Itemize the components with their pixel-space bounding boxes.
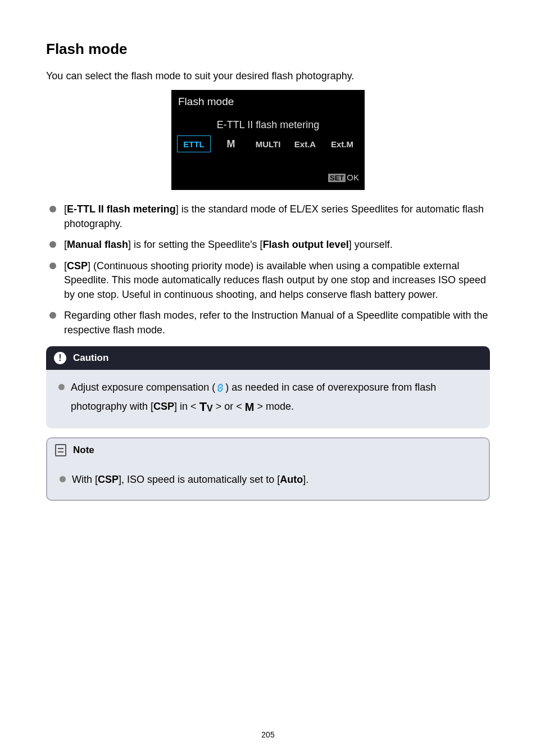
caution-item: Adjust exposure compensation () as neede…: [56, 379, 480, 417]
note-icon: [55, 444, 66, 456]
note-header: Note: [47, 438, 489, 462]
camera-menu-screenshot: Flash mode E-TTL II flash metering ETTL …: [171, 90, 365, 190]
camera-mode-row: ETTL M MULTI Ext.A Ext.M: [172, 135, 364, 171]
list-item: Regarding other flash modes, refer to th…: [46, 309, 490, 337]
main-bullet-list: [E-TTL II flash metering] is the standar…: [46, 202, 490, 337]
section-heading: Flash mode: [46, 40, 490, 58]
list-item: [Manual flash] is for setting the Speedl…: [46, 238, 490, 252]
camera-option-m: M: [214, 135, 248, 152]
set-label: SET: [328, 174, 346, 182]
caution-icon: !: [54, 352, 66, 364]
note-title: Note: [73, 445, 94, 456]
link-icon[interactable]: [215, 383, 225, 393]
camera-option-exta: Ext.A: [288, 135, 322, 152]
caution-header: ! Caution: [46, 346, 490, 370]
caution-title: Caution: [73, 352, 108, 364]
note-item: With [CSP], ISO speed is automatically s…: [57, 471, 479, 488]
camera-set-ok: SETOK: [172, 171, 364, 184]
camera-option-ettl: ETTL: [177, 135, 211, 152]
intro-text: You can select the flash mode to suit yo…: [46, 70, 490, 82]
caution-callout: ! Caution Adjust exposure compensation (…: [46, 346, 490, 428]
camera-option-extm: Ext.M: [325, 135, 359, 152]
camera-option-multi: MULTI: [251, 135, 285, 152]
camera-mode-label: E-TTL II flash metering: [172, 119, 364, 135]
tv-mode-icon: TV: [199, 401, 213, 413]
list-item: [CSP] (Continuous shooting priority mode…: [46, 259, 490, 302]
camera-screen-title: Flash mode: [172, 91, 364, 119]
page-number: 205: [0, 730, 536, 739]
ok-label: OK: [347, 173, 359, 182]
m-mode-icon: M: [245, 401, 255, 413]
note-callout: Note With [CSP], ISO speed is automatica…: [46, 437, 490, 501]
list-item: [E-TTL II flash metering] is the standar…: [46, 202, 490, 231]
